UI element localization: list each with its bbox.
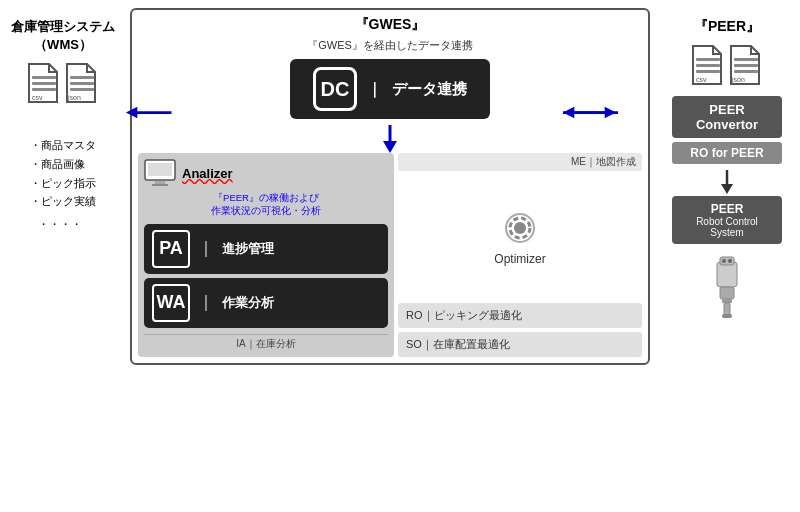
svg-rect-34 [717,262,737,287]
gwes-title: 『GWES』 [138,16,642,34]
svg-rect-38 [720,287,734,299]
svg-text:csv: csv [696,76,707,83]
analizer-label: Analizer [182,166,233,181]
analizer-monitor-icon [144,159,176,187]
pa-separator: ｜ [198,238,214,259]
wms-list-item: 商品マスタ [30,136,96,155]
svg-rect-39 [722,299,732,303]
gwes-wrapper: 『GWES』 『GWES』を経由したデータ連携 DC ｜ データ連携 [124,8,656,504]
peer-rcs-block: PEER Robot Control System [672,196,782,244]
svg-text:csv: csv [32,94,43,101]
wms-list-item: 商品画像 [30,155,96,174]
wa-box: WA [152,284,190,322]
svg-marker-33 [721,184,733,194]
peer-rcs-title: PEER [680,202,774,216]
optimizer-icon [500,208,540,248]
gwes-subtitle: 『GWES』を経由したデータ連携 [138,38,642,53]
svg-rect-41 [722,314,732,318]
svg-rect-4 [70,76,94,79]
diagram: 倉庫管理システム（WMS） csv [0,0,800,512]
ia-footer: IA｜在庫分析 [144,334,388,351]
peer-convertor-label: PEERConvertor [682,102,772,132]
wms-column: 倉庫管理システム（WMS） csv [8,8,118,504]
svg-rect-29 [734,64,758,67]
svg-rect-0 [32,76,56,79]
dc-arrow-down [138,125,642,153]
pa-box: PA [152,230,190,268]
optimizer-area: Optimizer [398,175,642,299]
svg-rect-30 [734,70,758,73]
gwes-right-panel: ME｜地図作成 Optimizer RO｜ピッキング最適化 SO｜在庫配置最 [398,153,642,357]
dc-box: DC [313,67,357,111]
dc-block: DC ｜ データ連携 [290,59,490,119]
peer-json-icon: json [729,44,763,86]
svg-rect-26 [696,70,720,73]
peer-column: 『PEER』 csv [662,8,792,504]
wa-label: 作業分析 [222,294,274,312]
wa-block: WA ｜ 作業分析 [144,278,388,328]
pa-label: 進捗管理 [222,240,274,258]
me-row: ME｜地図作成 [398,153,642,171]
svg-text:json: json [67,94,81,102]
peer-csv-icon: csv [691,44,725,86]
svg-point-37 [728,259,732,263]
svg-rect-28 [734,58,758,61]
wa-separator: ｜ [198,292,214,313]
wms-title: 倉庫管理システム（WMS） [8,18,118,54]
svg-rect-40 [724,303,730,315]
svg-rect-13 [152,184,168,186]
wms-list-dots: ・・・ [30,215,96,234]
peer-file-icons: csv json [691,44,763,86]
svg-rect-1 [32,82,56,85]
so-block: SO｜在庫配置最適化 [398,332,642,357]
peer-arrow-down [717,170,737,194]
svg-rect-11 [148,163,172,176]
svg-point-14 [514,222,526,234]
svg-marker-9 [383,141,397,153]
ro-block: RO｜ピッキング最適化 [398,303,642,328]
ro-peer-block: RO for PEER [672,142,782,164]
svg-rect-2 [32,88,56,91]
wms-list-item: ピック指示 [30,174,96,193]
gwes-column: 『GWES』 『GWES』を経由したデータ連携 DC ｜ データ連携 [130,8,650,365]
analizer-row: Analizer [144,159,388,187]
svg-rect-6 [70,88,94,91]
wms-list: 商品マスタ 商品画像 ピック指示 ピック実績 ・・・ [30,136,96,233]
optimizer-label: Optimizer [494,252,545,266]
robot-figure [702,252,752,326]
gwes-inner: Analizer 『PEER』の稼働および作業状況の可視化・分析 PA ｜ 進捗… [138,153,642,357]
gwes-left-panel: Analizer 『PEER』の稼働および作業状況の可視化・分析 PA ｜ 進捗… [138,153,394,357]
svg-rect-5 [70,82,94,85]
svg-rect-24 [696,58,720,61]
svg-rect-12 [155,181,165,184]
dc-text: データ連携 [392,80,467,99]
wms-csv-icon: csv [27,62,61,104]
wms-file-icons: csv json [27,62,99,104]
dc-label: ｜ [367,80,382,99]
wms-list-item: ピック実績 [30,192,96,211]
peer-title: 『PEER』 [694,18,760,36]
peer-convertor-block: PEERConvertor [672,96,782,138]
svg-point-36 [722,259,726,263]
svg-text:json: json [731,76,745,84]
pa-block: PA ｜ 進捗管理 [144,224,388,274]
wms-json-icon: json [65,62,99,104]
peer-note: 『PEER』の稼働および作業状況の可視化・分析 [144,191,388,218]
svg-rect-25 [696,64,720,67]
peer-rcs-subtitle: Robot Control System [680,216,774,238]
